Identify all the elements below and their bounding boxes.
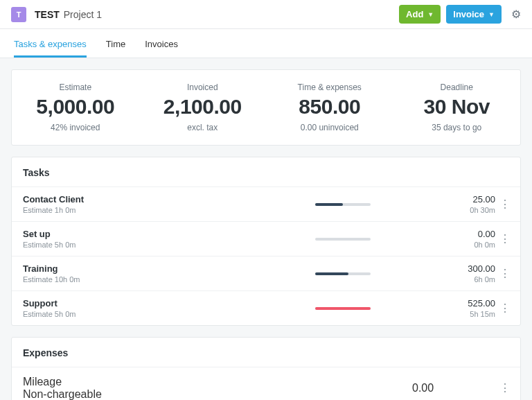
client-name: TEST [35,9,60,20]
kebab-icon[interactable]: ⋮ [495,383,515,394]
expense-sub: Non-chargeable [23,388,412,400]
task-progress [315,238,371,241]
task-row[interactable]: SupportEstimate 5h 0m525.005h 15m⋮ [12,291,520,325]
summary-deadline-value: 30 Nov [393,95,521,119]
task-time: 6h 0m [412,275,495,284]
tab-invoices[interactable]: Invoices [145,29,178,58]
expenses-header: Expenses [12,338,520,367]
summary-estimate-label: Estimate [12,82,139,92]
expense-name: Mileage [23,376,412,388]
expense-row[interactable]: MileageNon-chargeable0.00⋮ [12,367,520,400]
task-time: 5h 15m [412,310,495,318]
task-estimate: Estimate 1h 0m [23,206,315,214]
task-name: Training [23,263,315,274]
summary-invoiced-label: Invoiced [139,82,267,92]
task-estimate: Estimate 10h 0m [23,275,315,284]
expense-amount: 0.00 [412,382,495,394]
task-amount: 25.00 [412,194,495,205]
task-estimate: Estimate 5h 0m [23,241,315,249]
task-amount: 300.00 [412,263,495,274]
gear-icon[interactable]: ⚙ [511,8,521,21]
summary-deadline-sub: 35 days to go [393,123,521,132]
tasks-panel: Tasks Contact ClientEstimate 1h 0m25.000… [11,157,521,326]
task-progress [315,272,371,275]
task-estimate: Estimate 5h 0m [23,310,315,318]
tabs: Tasks & expenses Time Invoices [0,29,532,58]
chevron-down-icon: ▼ [427,11,434,18]
summary-estimate-sub: 42% invoiced [12,123,139,132]
chevron-down-icon: ▼ [488,11,495,18]
task-row[interactable]: Contact ClientEstimate 1h 0m25.000h 30m⋮ [12,187,520,222]
tab-tasks-expenses[interactable]: Tasks & expenses [14,29,87,58]
kebab-icon[interactable]: ⋮ [495,303,515,314]
task-name: Set up [23,229,315,239]
summary-deadline-label: Deadline [393,82,521,92]
summary-panel: Estimate 5,000.00 42% invoiced Invoiced … [11,69,521,146]
content: Estimate 5,000.00 42% invoiced Invoiced … [0,58,532,400]
topbar: T TEST Project 1 Add ▼ Invoice ▼ ⚙ [0,0,532,29]
summary-time-expenses: Time & expenses 850.00 0.00 uninvoiced [266,82,393,132]
task-name: Support [23,298,315,308]
kebab-icon[interactable]: ⋮ [495,268,515,279]
project-name: Project 1 [64,9,102,20]
tasks-header: Tasks [12,157,520,187]
summary-te-sub: 0.00 uninvoiced [266,123,393,132]
task-progress [315,307,371,310]
task-row[interactable]: TrainingEstimate 10h 0m300.006h 0m⋮ [12,256,520,291]
summary-estimate: Estimate 5,000.00 42% invoiced [12,82,139,132]
summary-te-value: 850.00 [266,95,393,119]
summary-te-label: Time & expenses [266,82,393,92]
expenses-panel: Expenses MileageNon-chargeable0.00⋮ [11,337,521,400]
add-button-label: Add [406,9,423,19]
invoice-button[interactable]: Invoice ▼ [446,5,502,24]
task-time: 0h 30m [412,206,495,214]
add-button[interactable]: Add ▼ [399,5,441,24]
task-name: Contact Client [23,194,315,205]
task-amount: 525.00 [412,298,495,308]
tab-time[interactable]: Time [106,29,125,58]
task-time: 0h 0m [412,241,495,249]
kebab-icon[interactable]: ⋮ [495,199,515,210]
task-progress [315,203,371,206]
summary-invoiced-sub: excl. tax [139,123,267,132]
invoice-button-label: Invoice [453,9,484,19]
summary-invoiced-value: 2,100.00 [139,95,267,119]
kebab-icon[interactable]: ⋮ [495,234,515,245]
client-avatar: T [11,7,26,22]
task-amount: 0.00 [412,229,495,239]
task-row[interactable]: Set upEstimate 5h 0m0.000h 0m⋮ [12,222,520,256]
summary-invoiced: Invoiced 2,100.00 excl. tax [139,82,267,132]
summary-estimate-value: 5,000.00 [12,95,139,119]
summary-deadline: Deadline 30 Nov 35 days to go [393,82,521,132]
